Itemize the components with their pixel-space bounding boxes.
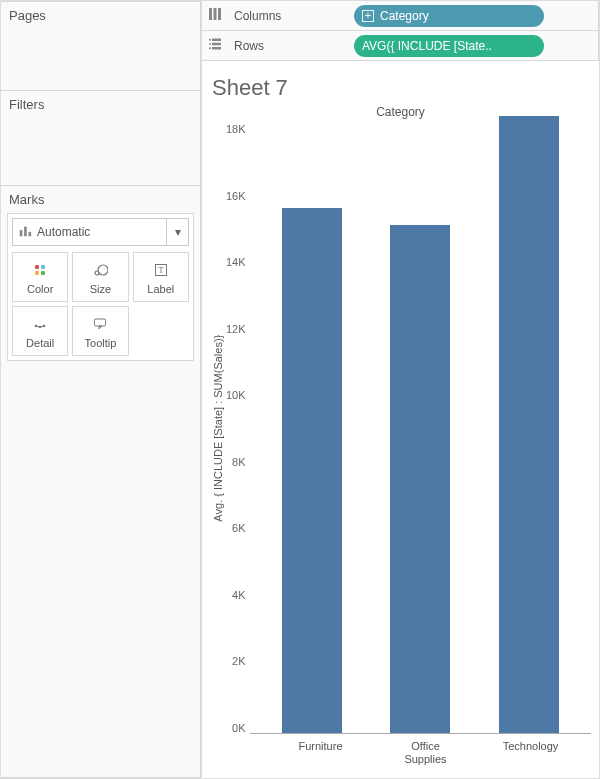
chevron-down-icon[interactable]: ▾ xyxy=(166,219,188,245)
y-tick: 6K xyxy=(232,522,245,534)
svg-rect-18 xyxy=(214,8,217,20)
svg-point-23 xyxy=(209,39,211,41)
svg-rect-0 xyxy=(20,230,23,236)
x-axis-row: FurnitureOffice SuppliesTechnology xyxy=(210,734,591,778)
y-axis-ticks: 18K16K14K12K10K8K6K4K2K0K xyxy=(226,123,250,734)
rows-shelf[interactable]: Rows AVG({ INCLUDE [State.. xyxy=(202,31,599,61)
svg-rect-1 xyxy=(24,226,27,236)
y-axis-title: Avg. { INCLUDE [State] : SUM(Sales)} xyxy=(210,123,226,734)
columns-shelf[interactable]: Columns + Category xyxy=(202,1,599,31)
y-tick: 12K xyxy=(226,323,246,335)
mark-detail-button[interactable]: Detail xyxy=(12,306,68,356)
svg-point-6 xyxy=(41,270,45,274)
detail-icon xyxy=(32,314,48,334)
rows-pill-text: AVG({ INCLUDE [State.. xyxy=(362,39,492,53)
marks-card: Automatic ▾ Color xyxy=(7,213,194,361)
mark-tooltip-button[interactable]: Tooltip xyxy=(72,306,128,356)
bar-technology[interactable] xyxy=(499,116,559,732)
svg-rect-17 xyxy=(209,8,212,20)
bar-office-supplies[interactable] xyxy=(390,225,450,733)
pages-title: Pages xyxy=(9,8,194,23)
y-tick: 4K xyxy=(232,589,245,601)
y-tick: 2K xyxy=(232,655,245,667)
sheet-title[interactable]: Sheet 7 xyxy=(212,75,591,101)
svg-rect-19 xyxy=(218,8,221,20)
mark-type-label: Automatic xyxy=(37,225,166,239)
y-tick: 10K xyxy=(226,389,246,401)
svg-point-24 xyxy=(209,43,211,45)
filters-panel[interactable]: Filters xyxy=(1,91,201,186)
expand-icon[interactable]: + xyxy=(362,10,374,22)
mark-tooltip-label: Tooltip xyxy=(85,337,117,349)
plot-area[interactable] xyxy=(250,123,591,734)
filters-title: Filters xyxy=(9,97,194,112)
y-tick: 14K xyxy=(226,256,246,268)
mark-color-label: Color xyxy=(27,283,53,295)
mark-type-dropdown[interactable]: Automatic ▾ xyxy=(12,218,189,246)
main-area: Columns + Category Rows AVG({ INCLUDE [S xyxy=(201,1,599,778)
text-icon: T xyxy=(153,260,169,280)
mark-size-label: Size xyxy=(90,283,111,295)
svg-rect-22 xyxy=(212,47,221,50)
svg-rect-21 xyxy=(212,43,221,46)
rows-label: Rows xyxy=(234,39,344,53)
size-icon xyxy=(92,260,108,280)
rows-icon xyxy=(206,37,224,54)
svg-point-8 xyxy=(95,271,99,275)
x-axis-labels: FurnitureOffice SuppliesTechnology xyxy=(260,734,591,778)
chart-area: Avg. { INCLUDE [State] : SUM(Sales)} 18K… xyxy=(210,123,591,734)
tooltip-icon xyxy=(92,314,108,334)
mark-label-button[interactable]: T Label xyxy=(133,252,189,302)
left-sidebar: Pages Filters Marks Automatic ▾ xyxy=(1,1,201,778)
svg-point-5 xyxy=(35,270,39,274)
y-tick: 8K xyxy=(232,456,245,468)
bar-chart-icon xyxy=(13,224,37,241)
mark-color-button[interactable]: Color xyxy=(12,252,68,302)
columns-pill-category[interactable]: + Category xyxy=(354,5,544,27)
x-label: Technology xyxy=(496,740,566,766)
rows-pill-avg[interactable]: AVG({ INCLUDE [State.. xyxy=(354,35,544,57)
svg-rect-2 xyxy=(29,231,32,235)
visualization-pane: Sheet 7 Category Avg. { INCLUDE [State] … xyxy=(202,61,599,778)
columns-label: Columns xyxy=(234,9,344,23)
bar-furniture[interactable] xyxy=(282,208,342,733)
svg-point-25 xyxy=(209,47,211,49)
svg-rect-16 xyxy=(95,319,106,326)
mark-detail-label: Detail xyxy=(26,337,54,349)
y-tick: 0K xyxy=(232,722,245,734)
svg-point-3 xyxy=(35,264,39,268)
marks-panel: Marks Automatic ▾ xyxy=(1,186,201,778)
pages-panel[interactable]: Pages xyxy=(1,1,201,91)
app-root: Pages Filters Marks Automatic ▾ xyxy=(0,0,600,779)
x-label: Furniture xyxy=(286,740,356,766)
x-label: Office Supplies xyxy=(391,740,461,766)
color-icon xyxy=(32,260,48,280)
mark-size-button[interactable]: Size xyxy=(72,252,128,302)
svg-point-4 xyxy=(41,264,45,268)
y-tick: 16K xyxy=(226,190,246,202)
svg-rect-20 xyxy=(212,39,221,42)
mark-label-label: Label xyxy=(147,283,174,295)
svg-text:T: T xyxy=(158,265,164,275)
marks-title: Marks xyxy=(9,192,194,207)
marks-grid: Color Size xyxy=(12,252,189,356)
columns-pill-text: Category xyxy=(380,9,429,23)
columns-icon xyxy=(206,7,224,24)
y-tick: 18K xyxy=(226,123,246,135)
